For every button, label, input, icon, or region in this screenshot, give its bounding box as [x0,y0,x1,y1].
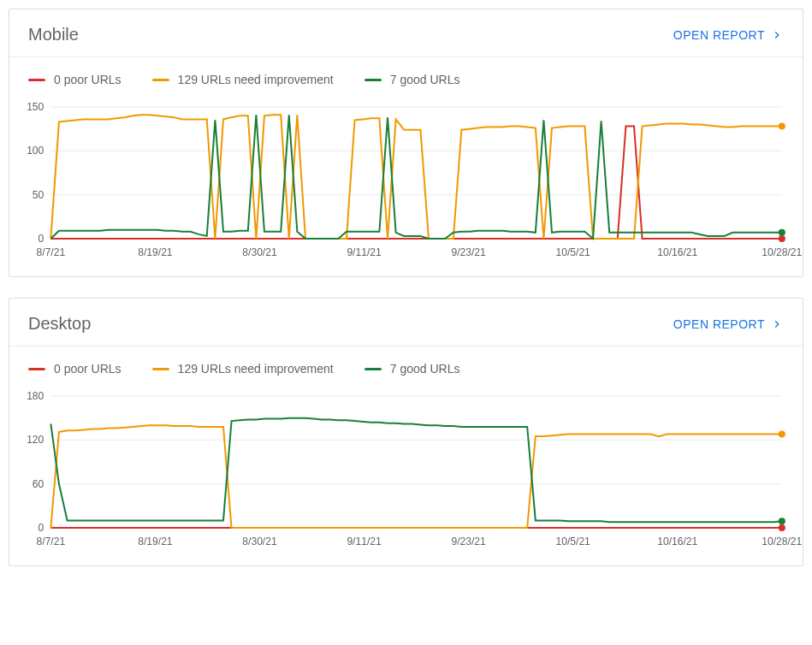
mobile-chart-wrap: 0501001508/7/218/19/218/30/219/11/219/23… [9,92,803,276]
legend-poor: 0 poor URLs [28,73,122,86]
svg-text:9/11/21: 9/11/21 [347,536,382,547]
svg-text:10/16/21: 10/16/21 [657,246,697,258]
svg-point-18 [779,229,785,236]
mobile-open-report-link[interactable]: OPEN REPORT [673,28,784,42]
desktop-legend: 0 poor URLs 129 URLs need improvement 7 … [9,346,803,381]
mobile-title: Mobile [28,25,79,44]
svg-text:10/28/21: 10/28/21 [762,246,802,258]
svg-text:8/30/21: 8/30/21 [242,246,277,258]
mobile-chart: 0501001508/7/218/19/218/30/219/11/219/23… [9,98,803,261]
svg-point-16 [779,235,785,242]
mobile-panel-header: Mobile OPEN REPORT [9,9,803,57]
svg-text:100: 100 [27,145,44,157]
open-report-label: OPEN REPORT [673,317,765,331]
legend-poor-label: 0 poor URLs [54,73,122,86]
legend-good-label: 7 good URLs [390,362,460,376]
svg-text:10/16/21: 10/16/21 [657,536,697,547]
svg-text:10/28/21: 10/28/21 [762,536,802,547]
svg-text:8/19/21: 8/19/21 [138,246,173,258]
svg-text:120: 120 [27,434,44,446]
desktop-chart: 0601201808/7/218/19/218/30/219/11/219/23… [9,388,803,550]
legend-good: 7 good URLs [365,362,460,376]
dash-icon [365,368,382,370]
svg-text:9/23/21: 9/23/21 [451,246,486,258]
svg-text:150: 150 [27,101,44,113]
desktop-title: Desktop [28,314,91,334]
desktop-open-report-link[interactable]: OPEN REPORT [673,317,784,331]
dash-icon [365,79,382,81]
legend-need: 129 URLs need improvement [152,362,334,376]
svg-point-17 [779,123,785,130]
open-report-label: OPEN REPORT [673,28,765,42]
legend-good-label: 7 good URLs [390,73,460,86]
chevron-right-icon [770,28,784,42]
svg-text:10/5/21: 10/5/21 [556,536,591,547]
mobile-legend: 0 poor URLs 129 URLs need improvement 7 … [9,57,803,92]
svg-text:9/23/21: 9/23/21 [451,536,486,547]
dash-icon [28,368,45,370]
svg-text:0: 0 [39,522,44,534]
svg-point-35 [779,524,785,531]
legend-need-label: 129 URLs need improvement [178,73,334,86]
chevron-right-icon [770,317,784,331]
svg-point-37 [779,518,785,524]
legend-need: 129 URLs need improvement [152,73,334,86]
svg-text:180: 180 [27,390,44,402]
svg-text:60: 60 [33,478,44,490]
svg-text:8/30/21: 8/30/21 [242,536,277,547]
dash-icon [152,368,169,370]
legend-poor: 0 poor URLs [28,362,122,376]
legend-good: 7 good URLs [365,73,460,86]
svg-text:9/11/21: 9/11/21 [347,246,382,258]
svg-text:8/7/21: 8/7/21 [37,536,66,547]
dash-icon [28,79,45,81]
desktop-chart-wrap: 0601201808/7/218/19/218/30/219/11/219/23… [9,381,803,565]
svg-text:10/5/21: 10/5/21 [556,246,591,258]
mobile-panel: Mobile OPEN REPORT 0 poor URLs 129 URLs … [9,9,803,277]
svg-text:8/19/21: 8/19/21 [138,536,173,547]
desktop-panel: Desktop OPEN REPORT 0 poor URLs 129 URLs… [9,298,803,566]
desktop-panel-header: Desktop OPEN REPORT [9,299,803,346]
svg-text:8/7/21: 8/7/21 [37,246,66,258]
legend-poor-label: 0 poor URLs [54,362,122,376]
svg-point-36 [779,430,785,437]
dash-icon [152,79,169,81]
svg-text:50: 50 [33,189,44,201]
svg-text:0: 0 [39,233,44,245]
legend-need-label: 129 URLs need improvement [178,362,334,376]
